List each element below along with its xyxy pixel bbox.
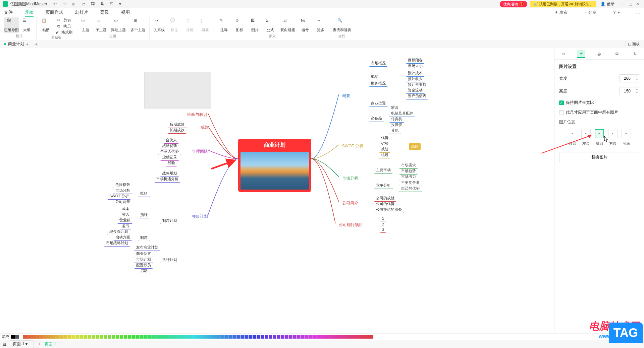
node[interactable]: 竞争分析: [374, 182, 393, 189]
color-swatch[interactable]: [43, 335, 47, 339]
panel-tab-history[interactable]: ↻: [631, 50, 639, 58]
color-swatch[interactable]: [92, 335, 95, 339]
color-swatch[interactable]: [23, 335, 27, 339]
color-swatch[interactable]: [196, 335, 200, 339]
pos-right[interactable]: ▫: [608, 129, 618, 138]
color-swatch[interactable]: [184, 335, 188, 339]
color-swatch[interactable]: [236, 335, 240, 339]
color-swatch[interactable]: [136, 335, 140, 339]
panel-tab-layout[interactable]: ▭: [559, 50, 568, 58]
color-swatch[interactable]: [365, 335, 369, 339]
color-swatch[interactable]: [220, 335, 224, 339]
canvas[interactable]: 商业计划 概要 SWOT 分析 市场分析 公司简介 公司现行项目 市场概况 概况…: [0, 48, 644, 333]
color-swatch[interactable]: [232, 335, 236, 339]
node[interactable]: 必备品: [369, 115, 384, 122]
menu-page-style[interactable]: 页面样式: [46, 8, 63, 17]
collapse-ribbon-button[interactable]: ︿: [636, 10, 640, 15]
central-topic[interactable]: 商业计划: [238, 139, 311, 192]
branch-overview[interactable]: 概要: [339, 92, 354, 100]
node[interactable]: 公司提供的服务: [374, 206, 404, 213]
color-swatch[interactable]: [204, 335, 208, 339]
node[interactable]: 其他: [389, 127, 400, 134]
page-select[interactable]: 页面-1 ▾: [10, 340, 34, 348]
color-swatch[interactable]: [63, 335, 67, 339]
color-swatch[interactable]: [208, 335, 212, 339]
color-swatch[interactable]: [245, 335, 248, 339]
node[interactable]: 自己的优势: [399, 185, 422, 192]
branch-company[interactable]: 公司简介: [339, 199, 362, 207]
panel-tab-settings[interactable]: ⚙: [613, 50, 621, 58]
color-swatch[interactable]: [216, 335, 220, 339]
outline-button[interactable]: ☰大纲: [19, 17, 34, 33]
node[interactable]: 概况: [369, 73, 380, 80]
height-input[interactable]: [620, 89, 635, 93]
doc-tab[interactable]: 商业计划 ●: [1, 41, 31, 47]
save-icon[interactable]: 🖫: [91, 2, 96, 6]
qat-dropdown-icon[interactable]: ▾: [119, 2, 124, 6]
panel-toggle-button[interactable]: ▢ 面板: [626, 41, 642, 47]
node[interactable]: 机遇: [379, 152, 390, 158]
undo-icon[interactable]: ↶: [53, 2, 58, 6]
color-swatch[interactable]: [124, 335, 127, 339]
color-swatch[interactable]: [104, 335, 107, 339]
node[interactable]: 概括: [138, 190, 150, 197]
pos-left[interactable]: ▫: [581, 129, 591, 138]
color-swatch[interactable]: [257, 335, 260, 339]
pos-top[interactable]: ▫: [568, 129, 577, 138]
new-icon[interactable]: ⊕: [72, 2, 77, 6]
promo-badge[interactable]: 优惠活动🎁: [500, 1, 527, 7]
color-swatch[interactable]: [79, 335, 83, 339]
vip-badge[interactable]: 🛒 试用已到期，开通VIP解锁限制。: [530, 1, 596, 7]
color-swatch[interactable]: [313, 335, 317, 339]
add-tab-button[interactable]: ＋: [34, 41, 39, 47]
node[interactable]: 1: [380, 216, 386, 221]
color-swatch[interactable]: [261, 335, 264, 339]
color-swatch[interactable]: [11, 335, 15, 339]
color-swatch[interactable]: [249, 335, 252, 339]
color-swatch[interactable]: [132, 335, 136, 339]
help-button[interactable]: ？▾: [612, 10, 620, 15]
height-spinner[interactable]: ▲▼: [619, 87, 639, 95]
width-input[interactable]: [620, 76, 635, 81]
close-button[interactable]: ✕: [634, 2, 641, 6]
multi-topic-button[interactable]: ⊞多个主题: [128, 17, 147, 33]
share-button[interactable]: ⚬分享: [584, 10, 596, 15]
color-swatch[interactable]: [353, 335, 357, 339]
color-swatch[interactable]: [289, 335, 292, 339]
add-page-button[interactable]: ＋: [37, 341, 41, 347]
minimize-button[interactable]: —: [619, 2, 627, 6]
color-swatch[interactable]: [71, 335, 75, 339]
central-image[interactable]: [240, 152, 309, 190]
node[interactable]: 市场大小: [406, 63, 425, 69]
color-swatch[interactable]: [329, 335, 333, 339]
branch-effect[interactable]: 成效: [197, 123, 212, 132]
color-swatch[interactable]: [27, 335, 31, 339]
breadcrumb[interactable]: 页面-1: [45, 341, 56, 347]
branch-team[interactable]: 管理团队: [189, 147, 211, 156]
node[interactable]: 商业位置: [369, 100, 388, 107]
formula-button[interactable]: Σ公式: [263, 17, 278, 33]
export-icon[interactable]: ⇱: [110, 2, 114, 6]
width-up[interactable]: ▲: [635, 75, 639, 78]
color-swatch[interactable]: [47, 335, 51, 339]
node[interactable]: 市场战略计划: [104, 240, 130, 247]
width-spinner[interactable]: ▲▼: [619, 74, 639, 82]
node[interactable]: 资产负债表: [406, 93, 428, 99]
menu-advanced[interactable]: 高级: [100, 8, 109, 17]
subtopic-button[interactable]: ▭子主题: [94, 17, 108, 33]
menu-file[interactable]: 文件: [4, 8, 13, 17]
color-swatch[interactable]: [140, 335, 144, 339]
color-swatch[interactable]: [301, 335, 305, 339]
color-swatch[interactable]: [160, 335, 164, 339]
icon-button[interactable]: ☺图标: [232, 17, 247, 33]
color-swatch[interactable]: [200, 335, 204, 339]
mindmap-button[interactable]: 🕸思维导图: [4, 17, 19, 33]
branch-projects[interactable]: 公司现行项目: [335, 221, 366, 229]
color-swatch[interactable]: [277, 335, 280, 339]
color-swatch[interactable]: [265, 335, 268, 339]
pages-icon[interactable]: ▦: [3, 342, 6, 347]
paste-button[interactable]: 📋粘贴: [39, 17, 53, 35]
node[interactable]: 预计: [138, 212, 150, 218]
color-swatch[interactable]: [164, 335, 168, 339]
node[interactable]: 3: [380, 227, 386, 233]
